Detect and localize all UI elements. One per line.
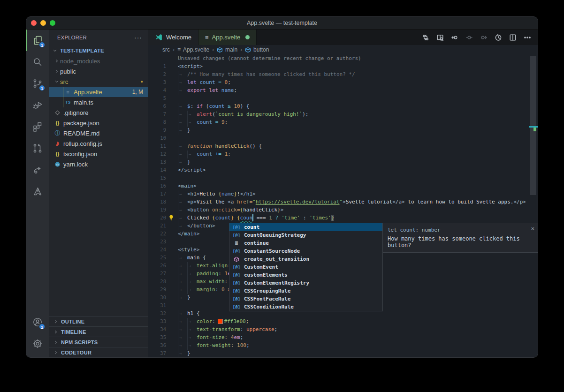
close-window-button[interactable] <box>31 20 37 26</box>
suggest-item-label: CountQueuingStrategy <box>244 232 306 238</box>
code-line[interactable]: 37→} <box>148 349 538 357</box>
code-line[interactable]: 10 <box>148 134 538 142</box>
code-line[interactable]: 13→} <box>148 158 538 166</box>
code-line[interactable]: 33→→color: #ff3e00; <box>148 317 538 325</box>
breadcrumb-separator: › <box>212 46 214 53</box>
activity-search-icon[interactable] <box>26 51 49 73</box>
split-editor-icon[interactable] <box>509 34 517 41</box>
git-compare-icon[interactable] <box>422 34 429 41</box>
tree-item--gitignore[interactable]: .gitignore <box>49 107 148 118</box>
suggest-item-customevent[interactable]: [@]CustomEvent <box>229 263 382 271</box>
code-line[interactable]: 14</script> <box>148 166 538 174</box>
code-line[interactable]: 3→let count = 0; <box>148 78 538 86</box>
activity-run-and-debug-icon[interactable] <box>26 94 49 116</box>
activity-source-control-icon[interactable]: 1 <box>26 73 49 94</box>
suggest-item-customelementregistry[interactable]: [@]CustomElementRegistry <box>229 279 382 287</box>
code-line[interactable]: 16<main> <box>148 182 538 190</box>
tree-root-test-template[interactable]: TEST-TEMPLATE <box>49 45 148 56</box>
code-line[interactable]: 35→→font-size: 4em; <box>148 333 538 341</box>
titlebar[interactable]: App.svelte — test-template <box>26 17 538 30</box>
suggest-item-continue[interactable]: ≣continue <box>229 239 382 247</box>
code-line[interactable]: 7→→alert(`count is dangerously high!`); <box>148 110 538 118</box>
code-line[interactable]: 12→→count += 1; <box>148 150 538 158</box>
code-token: color <box>197 318 212 324</box>
tree-item-main-ts[interactable]: TSmain.ts <box>49 97 148 107</box>
suggest-item-countqueuingstrategy[interactable]: [@]CountQueuingStrategy <box>229 231 382 239</box>
suggest-item-label: CSSFontFaceRule <box>244 296 290 302</box>
indent-marker: → <box>178 286 187 294</box>
activity-explorer-icon[interactable]: 1 <box>26 30 49 51</box>
tab-welcome[interactable]: Welcome <box>148 30 198 45</box>
activity-live-share-icon[interactable] <box>26 159 49 181</box>
minimize-window-button[interactable] <box>40 20 46 26</box>
breadcrumb-item-src[interactable]: src <box>162 46 170 53</box>
close-icon[interactable]: ✕ <box>531 225 534 232</box>
code-token: += <box>215 151 225 157</box>
symbol-variable-icon: [@] <box>232 265 241 270</box>
suggest-item-count[interactable]: [@]count <box>229 223 382 231</box>
suggest-item-cssgroupingrule[interactable]: [@]CSSGroupingRule <box>229 287 382 295</box>
file-history-icon[interactable] <box>495 34 502 41</box>
tree-item-rollup-config-js[interactable]: rollup.config.js <box>49 138 148 149</box>
code-line[interactable]: 15 <box>148 174 538 182</box>
activity-extensions-icon[interactable] <box>26 116 49 137</box>
tree-item-yarn-lock[interactable]: yarn.lock <box>49 159 148 169</box>
rollup-file-icon <box>53 141 61 147</box>
open-preview-icon[interactable] <box>436 34 444 41</box>
tree-item-public[interactable]: public <box>49 66 148 76</box>
tree-item-package-json[interactable]: {}package.json <box>49 118 148 128</box>
suggest-item-constantsourcenode[interactable]: [@]ConstantSourceNode <box>229 247 382 255</box>
code-line[interactable]: 34→→text-transform: uppercase; <box>148 325 538 333</box>
tree-item-label: main.ts <box>74 99 148 106</box>
explorer-more-actions-button[interactable]: ··· <box>134 34 142 41</box>
tree-item-label: package.json <box>63 120 148 127</box>
tab-app-svelte[interactable]: ≡App.svelte <box>198 30 257 45</box>
more-actions-icon[interactable] <box>524 34 531 41</box>
tree-item-node-modules[interactable]: node_modules <box>49 56 148 66</box>
code-line[interactable]: 5 <box>148 94 538 102</box>
code-editor[interactable]: Unsaved changes (cannot determine recent… <box>148 54 538 357</box>
breadcrumb-item-app-svelte[interactable]: ≡App.svelte <box>177 46 209 53</box>
code-line[interactable]: 6→$: if (count ≥ 10) { <box>148 102 538 110</box>
activity-settings-icon[interactable] <box>26 333 49 354</box>
suggest-item-label: CustomEvent <box>244 264 278 270</box>
tree-item-app-svelte[interactable]: ≡App.svelte1, M <box>49 87 148 97</box>
suggest-item-cssfontfacerule[interactable]: [@]CSSFontFaceRule <box>229 295 382 303</box>
lightbulb-icon[interactable] <box>168 214 175 221</box>
code-line[interactable]: 9→} <box>148 126 538 134</box>
activity-github-pull-requests-icon[interactable] <box>26 137 49 159</box>
code-line[interactable]: 8→→count = 9; <box>148 118 538 126</box>
editor-scrollbar[interactable] <box>529 54 538 357</box>
suggest-item-customelements[interactable]: [@]customElements <box>229 271 382 279</box>
sidebar-section-outline[interactable]: OUTLINE <box>49 316 148 326</box>
activity-azure-icon[interactable] <box>26 181 49 202</box>
line-number: 26 <box>148 262 166 270</box>
section-label: NPM SCRIPTS <box>61 339 98 345</box>
code-line[interactable]: 19→<button on:click={handleClick}> <box>148 206 538 214</box>
tree-item-src[interactable]: src● <box>49 76 148 87</box>
tree-item-readme-md[interactable]: ⓘREADME.md <box>49 128 148 138</box>
scrollbar-thumb[interactable] <box>530 56 536 195</box>
code-line[interactable]: 4→export let name; <box>148 86 538 94</box>
suggest-item-create_out_transition[interactable]: create_out_transition <box>229 255 382 263</box>
sidebar-section-npm-scripts[interactable]: NPM SCRIPTS <box>49 337 148 347</box>
breadcrumb-item-button[interactable]: button <box>245 46 269 53</box>
sidebar-section-timeline[interactable]: TIMELINE <box>49 326 148 337</box>
code-line[interactable]: 2→/** How many times has someone clicked… <box>148 70 538 78</box>
code-line[interactable]: 20→Clicked {count} {coun === 1 ? 'time' … <box>148 214 538 222</box>
zoom-window-button[interactable] <box>50 20 55 26</box>
code-token: ; <box>246 318 249 324</box>
code-token: = <box>215 119 221 125</box>
breadcrumb-item-main[interactable]: main <box>217 46 237 53</box>
chevron-down-icon <box>52 48 58 53</box>
sidebar-section-codetour[interactable]: CODETOUR <box>49 347 148 357</box>
code-line[interactable]: 1<script> <box>148 62 538 70</box>
code-line[interactable]: 11→function handleClick() { <box>148 142 538 150</box>
suggest-item-cssconditionrule[interactable]: [@]CSSConditionRule <box>229 303 382 311</box>
code-line[interactable]: 17→<h1>Hello {name}!</h1> <box>148 190 538 198</box>
code-line[interactable]: 18→<p>Visit the <a href="https://svelte.… <box>148 198 538 206</box>
previous-change-icon[interactable] <box>451 34 458 41</box>
tree-item-tsconfig-json[interactable]: {}tsconfig.json <box>49 149 148 159</box>
code-line[interactable]: 36→→font-weight: 100; <box>148 341 538 349</box>
activity-accounts-icon[interactable]: 1 <box>26 311 49 333</box>
